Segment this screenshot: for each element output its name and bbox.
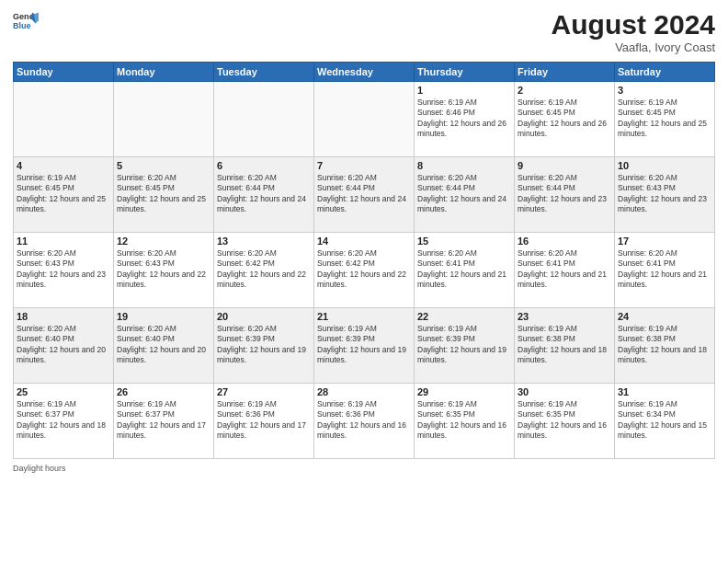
col-header-friday: Friday [515, 63, 615, 82]
calendar-cell-15: 15Sunrise: 6:20 AMSunset: 6:41 PMDayligh… [415, 233, 515, 308]
calendar-cell-27: 27Sunrise: 6:19 AMSunset: 6:36 PMDayligh… [214, 384, 314, 459]
day-number: 31 [618, 386, 711, 397]
col-header-saturday: Saturday [615, 63, 715, 82]
day-info: Sunrise: 6:19 AMSunset: 6:34 PMDaylight:… [618, 399, 711, 442]
day-info: Sunrise: 6:19 AMSunset: 6:36 PMDaylight:… [217, 399, 311, 442]
week-row-1: 1Sunrise: 6:19 AMSunset: 6:46 PMDaylight… [14, 82, 715, 157]
day-info: Sunrise: 6:20 AMSunset: 6:44 PMDaylight:… [217, 173, 311, 215]
calendar-cell-22: 22Sunrise: 6:19 AMSunset: 6:39 PMDayligh… [415, 308, 515, 384]
day-number: 28 [317, 386, 411, 397]
day-info: Sunrise: 6:20 AMSunset: 6:43 PMDaylight:… [117, 248, 210, 291]
day-number: 12 [117, 236, 210, 247]
month-year: August 2024 [552, 9, 715, 40]
day-number: 27 [217, 386, 311, 397]
calendar-cell-1: 1Sunrise: 6:19 AMSunset: 6:46 PMDaylight… [415, 82, 515, 157]
day-info: Sunrise: 6:19 AMSunset: 6:45 PMDaylight:… [17, 173, 110, 215]
day-number: 6 [217, 160, 311, 171]
day-info: Sunrise: 6:19 AMSunset: 6:39 PMDaylight:… [417, 324, 511, 366]
calendar-table: SundayMondayTuesdayWednesdayThursdayFrid… [13, 62, 715, 459]
calendar-cell-21: 21Sunrise: 6:19 AMSunset: 6:39 PMDayligh… [314, 308, 415, 384]
day-info: Sunrise: 6:20 AMSunset: 6:39 PMDaylight:… [217, 324, 311, 366]
day-number: 19 [117, 311, 210, 322]
day-number: 21 [317, 311, 411, 322]
day-number: 22 [417, 311, 511, 322]
day-number: 24 [618, 311, 711, 322]
day-info: Sunrise: 6:20 AMSunset: 6:42 PMDaylight:… [217, 248, 311, 291]
day-number: 13 [217, 236, 311, 247]
footer-note: Daylight hours [13, 464, 715, 473]
week-row-4: 18Sunrise: 6:20 AMSunset: 6:40 PMDayligh… [14, 308, 715, 384]
calendar-cell-25: 25Sunrise: 6:19 AMSunset: 6:37 PMDayligh… [14, 384, 114, 459]
day-number: 8 [417, 160, 511, 171]
col-header-monday: Monday [114, 63, 214, 82]
day-number: 29 [417, 386, 511, 397]
day-number: 14 [317, 236, 411, 247]
day-number: 15 [417, 236, 511, 247]
calendar-header-row: SundayMondayTuesdayWednesdayThursdayFrid… [14, 63, 715, 82]
calendar-cell-11: 11Sunrise: 6:20 AMSunset: 6:43 PMDayligh… [14, 233, 114, 308]
day-info: Sunrise: 6:20 AMSunset: 6:40 PMDaylight:… [117, 324, 210, 366]
page: General Blue August 2024 Vaafla, Ivory C… [0, 0, 728, 563]
day-info: Sunrise: 6:19 AMSunset: 6:36 PMDaylight:… [317, 399, 411, 442]
week-row-3: 11Sunrise: 6:20 AMSunset: 6:43 PMDayligh… [14, 233, 715, 308]
week-row-2: 4Sunrise: 6:19 AMSunset: 6:45 PMDaylight… [14, 157, 715, 233]
day-number: 5 [117, 160, 210, 171]
calendar-cell-empty [14, 82, 114, 157]
day-number: 7 [317, 160, 411, 171]
calendar-cell-31: 31Sunrise: 6:19 AMSunset: 6:34 PMDayligh… [615, 384, 715, 459]
day-info: Sunrise: 6:20 AMSunset: 6:43 PMDaylight:… [618, 173, 711, 215]
day-info: Sunrise: 6:20 AMSunset: 6:41 PMDaylight:… [518, 248, 611, 291]
calendar-cell-2: 2Sunrise: 6:19 AMSunset: 6:45 PMDaylight… [515, 82, 615, 157]
day-info: Sunrise: 6:20 AMSunset: 6:43 PMDaylight:… [17, 248, 110, 291]
calendar-cell-8: 8Sunrise: 6:20 AMSunset: 6:44 PMDaylight… [415, 157, 515, 233]
calendar-cell-13: 13Sunrise: 6:20 AMSunset: 6:42 PMDayligh… [214, 233, 314, 308]
day-info: Sunrise: 6:20 AMSunset: 6:44 PMDaylight:… [518, 173, 611, 215]
week-row-5: 25Sunrise: 6:19 AMSunset: 6:37 PMDayligh… [14, 384, 715, 459]
svg-text:Blue: Blue [13, 21, 31, 30]
generalblue-icon: General Blue [13, 9, 39, 35]
calendar-cell-empty [214, 82, 314, 157]
daylight-note: Daylight hours [13, 464, 66, 473]
title-block: August 2024 Vaafla, Ivory Coast [552, 9, 715, 54]
day-info: Sunrise: 6:19 AMSunset: 6:37 PMDaylight:… [17, 399, 110, 442]
calendar-cell-16: 16Sunrise: 6:20 AMSunset: 6:41 PMDayligh… [515, 233, 615, 308]
day-number: 23 [518, 311, 611, 322]
calendar-cell-14: 14Sunrise: 6:20 AMSunset: 6:42 PMDayligh… [314, 233, 415, 308]
day-number: 25 [17, 386, 110, 397]
col-header-wednesday: Wednesday [314, 63, 415, 82]
day-number: 16 [518, 236, 611, 247]
day-number: 4 [17, 160, 110, 171]
calendar-cell-30: 30Sunrise: 6:19 AMSunset: 6:35 PMDayligh… [515, 384, 615, 459]
day-number: 17 [618, 236, 711, 247]
calendar-cell-10: 10Sunrise: 6:20 AMSunset: 6:43 PMDayligh… [615, 157, 715, 233]
day-info: Sunrise: 6:19 AMSunset: 6:45 PMDaylight:… [518, 98, 611, 140]
day-number: 26 [117, 386, 210, 397]
day-number: 30 [518, 386, 611, 397]
day-info: Sunrise: 6:19 AMSunset: 6:45 PMDaylight:… [618, 98, 711, 140]
calendar-cell-3: 3Sunrise: 6:19 AMSunset: 6:45 PMDaylight… [615, 82, 715, 157]
col-header-thursday: Thursday [415, 63, 515, 82]
calendar-cell-empty [314, 82, 415, 157]
logo: General Blue [13, 9, 39, 35]
day-number: 9 [518, 160, 611, 171]
day-info: Sunrise: 6:20 AMSunset: 6:41 PMDaylight:… [618, 248, 711, 291]
location: Vaafla, Ivory Coast [552, 40, 715, 54]
day-number: 11 [17, 236, 110, 247]
day-info: Sunrise: 6:19 AMSunset: 6:38 PMDaylight:… [618, 324, 711, 366]
calendar-cell-19: 19Sunrise: 6:20 AMSunset: 6:40 PMDayligh… [114, 308, 214, 384]
day-number: 20 [217, 311, 311, 322]
calendar-cell-6: 6Sunrise: 6:20 AMSunset: 6:44 PMDaylight… [214, 157, 314, 233]
calendar-cell-12: 12Sunrise: 6:20 AMSunset: 6:43 PMDayligh… [114, 233, 214, 308]
calendar-cell-17: 17Sunrise: 6:20 AMSunset: 6:41 PMDayligh… [615, 233, 715, 308]
calendar-cell-29: 29Sunrise: 6:19 AMSunset: 6:35 PMDayligh… [415, 384, 515, 459]
day-info: Sunrise: 6:19 AMSunset: 6:38 PMDaylight:… [518, 324, 611, 366]
col-header-tuesday: Tuesday [214, 63, 314, 82]
day-info: Sunrise: 6:19 AMSunset: 6:39 PMDaylight:… [317, 324, 411, 366]
calendar-cell-5: 5Sunrise: 6:20 AMSunset: 6:45 PMDaylight… [114, 157, 214, 233]
calendar-cell-empty [114, 82, 214, 157]
day-info: Sunrise: 6:20 AMSunset: 6:44 PMDaylight:… [317, 173, 411, 215]
day-info: Sunrise: 6:19 AMSunset: 6:37 PMDaylight:… [117, 399, 210, 442]
calendar-cell-4: 4Sunrise: 6:19 AMSunset: 6:45 PMDaylight… [14, 157, 114, 233]
day-number: 1 [417, 85, 511, 96]
calendar-cell-24: 24Sunrise: 6:19 AMSunset: 6:38 PMDayligh… [615, 308, 715, 384]
